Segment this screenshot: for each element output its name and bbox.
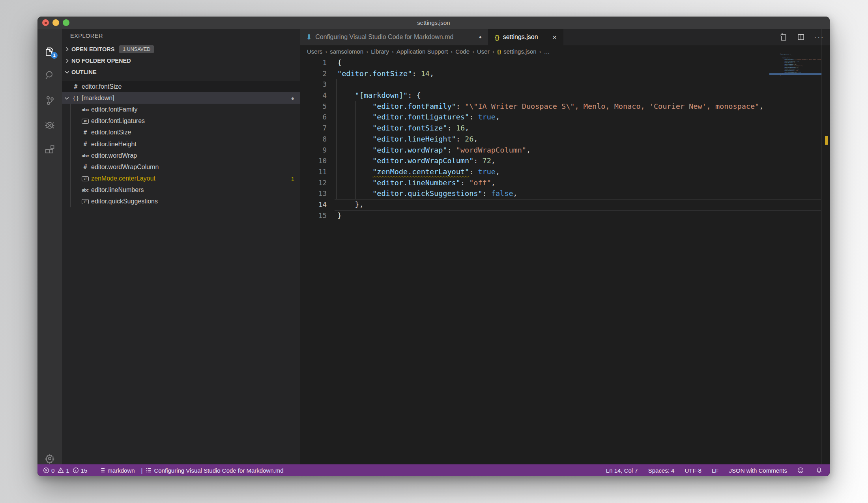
code-line-3[interactable]: 3 <box>300 79 821 90</box>
outline-item-label: editor.quickSuggestions <box>91 198 158 205</box>
cursor-position[interactable]: Ln 14, Col 7 <box>606 467 638 474</box>
feedback-smiley-icon[interactable] <box>797 467 806 473</box>
section-outline[interactable]: OUTLINE <box>62 66 300 78</box>
breadcrumb-symbol-path[interactable]: … <box>544 48 550 55</box>
outline-item-editor.fontLigatures[interactable]: ⇄editor.fontLigatures <box>62 116 300 127</box>
debug-icon[interactable] <box>44 120 55 131</box>
outline-item-editor.fontFamily[interactable]: abceditor.fontFamily <box>62 104 300 115</box>
tab-settings-json[interactable]: {} settings.json × <box>488 29 563 45</box>
section-label: OUTLINE <box>71 69 97 75</box>
outline-item-label: editor.fontFamily <box>91 106 137 113</box>
tab-markdown-file[interactable]: ⬇ Configuring Visual Studio Code for Mar… <box>300 29 488 45</box>
outline-mode-indicator[interactable]: markdown <box>99 467 135 474</box>
indent-guide <box>355 101 356 199</box>
extensions-icon[interactable] <box>44 144 55 155</box>
outline-item-label: editor.wordWrap <box>91 152 137 159</box>
code-line-7[interactable]: 7 "editor.fontSize": 16, <box>300 123 821 134</box>
code-line-12[interactable]: 12 "editor.lineNumbers": "off", <box>300 177 821 188</box>
line-number: 2 <box>300 69 327 80</box>
sidebar-explorer: EXPLORER OPEN EDITORS 1 UNSAVED NO FOLDE… <box>62 29 300 464</box>
warning-icon <box>58 467 64 473</box>
outline-item-label: [markdown] <box>82 95 114 102</box>
minimap[interactable]: {"editor.fontSize": 14, "[markdown]": { … <box>769 53 821 226</box>
symbol-number-icon: # <box>81 129 90 136</box>
outline-item-label: editor.fontLigatures <box>91 117 145 125</box>
breadcrumb-segment-Users[interactable]: Users <box>307 48 322 55</box>
outline-item-editor.lineHeight[interactable]: #editor.lineHeight <box>62 138 300 150</box>
explorer-icon[interactable]: 1 <box>44 46 55 57</box>
modified-dot-icon[interactable]: ● <box>479 34 482 40</box>
minimap-line-15: } <box>769 75 821 76</box>
section-open-editors[interactable]: OPEN EDITORS 1 UNSAVED <box>62 43 300 55</box>
outline-item-label: editor.lineHeight <box>91 141 137 148</box>
tab-bar: ⬇ Configuring Visual Studio Code for Mar… <box>300 29 830 45</box>
problem-count-badge: 1 <box>291 175 294 182</box>
breadcrumb-separator: › <box>539 48 541 55</box>
breadcrumb-segment-samsolomon[interactable]: samsolomon <box>330 48 363 55</box>
problems-infos[interactable]: 15 <box>73 467 88 474</box>
breadcrumb-segment-Library[interactable]: Library <box>371 48 389 55</box>
error-icon <box>43 467 49 473</box>
breadcrumb-separator: › <box>366 48 368 55</box>
open-changes-icon[interactable] <box>779 33 788 41</box>
outline-item-editor.quickSuggestions[interactable]: ⇄editor.quickSuggestions <box>62 196 300 207</box>
breadcrumb-separator: › <box>392 48 394 55</box>
outline-item-editor.lineNumbers[interactable]: abceditor.lineNumbers <box>62 184 300 196</box>
line-number: 1 <box>300 58 327 69</box>
titlebar: settings.json <box>37 17 830 29</box>
chevron-down-icon[interactable] <box>62 95 71 101</box>
source-control-icon[interactable] <box>44 95 55 106</box>
breadcrumb-segment-User[interactable]: User <box>477 48 490 55</box>
chevron-right-icon <box>64 58 70 64</box>
code-line-8[interactable]: 8 "editor.lineHeight": 26, <box>300 134 821 145</box>
close-tab-icon[interactable]: × <box>552 34 557 41</box>
search-icon[interactable] <box>44 70 55 81</box>
code-line-10[interactable]: 10 "editor.wordWrapColumn": 72, <box>300 155 821 166</box>
outline-file-indicator[interactable]: Configuring Visual Studio Code for Markd… <box>146 467 283 474</box>
eol-setting[interactable]: LF <box>712 467 719 474</box>
breadcrumb-segment-Code[interactable]: Code <box>455 48 470 55</box>
code-editor[interactable]: 1{2"editor.fontSize": 14,34 "[markdown]"… <box>300 57 821 464</box>
list-icon <box>146 467 152 473</box>
outline-item-zenMode.centerLayout[interactable]: ⇄zenMode.centerLayout1 <box>62 173 300 184</box>
section-no-folder-opened[interactable]: NO FOLDER OPENED <box>62 55 300 66</box>
symbol-boolean-icon: ⇄ <box>81 199 90 204</box>
code-line-1[interactable]: 1{ <box>300 57 821 68</box>
outline-item-[markdown][interactable]: { }[markdown]● <box>62 92 300 104</box>
overview-ruler[interactable] <box>821 29 830 464</box>
code-line-5[interactable]: 5 "editor.fontFamily": "\"IA Writer Duos… <box>300 101 821 112</box>
code-line-13[interactable]: 13 "editor.quickSuggestions": false, <box>300 188 821 199</box>
problems-errors[interactable]: 0 <box>43 467 54 474</box>
line-number: 7 <box>300 123 327 134</box>
settings-gear-icon[interactable] <box>44 453 55 464</box>
code-line-9[interactable]: 9 "editor.wordWrap": "wordWrapColumn", <box>300 145 821 156</box>
status-bar: 0 1 15 markdown | Configuring Visual Stu… <box>37 464 830 476</box>
cursor-in-symbol-dot: ● <box>291 95 294 101</box>
code-line-11[interactable]: 11 "zenMode.centerLayout": true, <box>300 166 821 177</box>
breadcrumb-file[interactable]: settings.json <box>503 48 536 55</box>
line-number: 12 <box>300 178 327 189</box>
breadcrumb-segment-Application Support[interactable]: Application Support <box>397 48 448 55</box>
language-mode[interactable]: JSON with Comments <box>729 467 787 474</box>
code-line-6[interactable]: 6 "editor.fontLigatures": true, <box>300 112 821 123</box>
code-line-2[interactable]: 2"editor.fontSize": 14, <box>300 68 821 79</box>
problems-warnings[interactable]: 1 <box>58 467 69 474</box>
info-icon <box>73 467 79 473</box>
outline-item-editor.fontSize[interactable]: #editor.fontSize <box>62 81 300 92</box>
notifications-bell-icon[interactable] <box>816 467 824 473</box>
indentation-setting[interactable]: Spaces: 4 <box>648 467 675 474</box>
split-editor-icon[interactable] <box>797 33 805 41</box>
encoding-setting[interactable]: UTF-8 <box>685 467 702 474</box>
line-number: 9 <box>300 145 327 156</box>
symbol-boolean-icon: ⇄ <box>81 119 90 124</box>
outline-item-editor.fontSize[interactable]: #editor.fontSize <box>62 127 300 138</box>
code-line-4[interactable]: 4 "[markdown]": { <box>300 90 821 101</box>
breadcrumb-separator: › <box>451 48 453 55</box>
window-title: settings.json <box>37 17 830 29</box>
line-number: 6 <box>300 112 327 123</box>
outline-item-editor.wordWrapColumn[interactable]: #editor.wordWrapColumn <box>62 161 300 173</box>
outline-item-editor.wordWrap[interactable]: abceditor.wordWrap <box>62 150 300 161</box>
symbol-object-icon: { } <box>71 95 80 101</box>
code-line-15[interactable]: 15} <box>300 210 821 221</box>
code-line-14[interactable]: 14 }, <box>300 199 821 210</box>
